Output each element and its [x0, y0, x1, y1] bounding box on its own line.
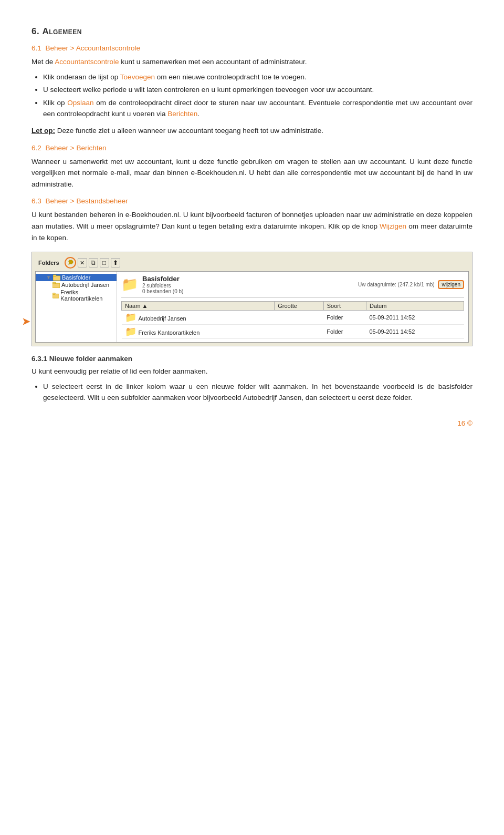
letop-label: Let op: [32, 127, 55, 135]
subsection61-heading: 6.1 Beheer > Accountantscontrole [32, 44, 472, 52]
opslaan-link[interactable]: Opslaan [67, 99, 93, 107]
cell-naam: 📁Autobedrijf Jansen [122, 311, 275, 325]
toolbar-icons: ✕ ⧉ □ ⬆ [65, 257, 120, 269]
section6-title: Algemeen [42, 26, 82, 36]
col-datum: Datum [366, 302, 464, 311]
folder-icon-selected [53, 274, 60, 281]
bullet631-1: U selecteert eerst in de linker kolom wa… [43, 381, 472, 404]
folder-autobedrijf[interactable]: Autobedrijf Jansen [36, 281, 117, 288]
files-table: Naam ▲ Grootte Soort Datum 📁Autobedrijf … [121, 301, 464, 339]
bullet1-end: om een nieuwe controleopdracht toe te vo… [155, 73, 307, 81]
berichten-link[interactable]: Berichten [167, 110, 197, 118]
page-number-area: 16 © [32, 419, 472, 427]
cell-grootte [275, 311, 323, 325]
bullet3-start: Klik op [43, 99, 67, 107]
cell-datum: 05-09-2011 14:52 [366, 325, 464, 339]
subsection61-intro2: kunt u samenwerken met een accountant of… [119, 58, 307, 66]
svg-rect-1 [53, 275, 56, 276]
subsubsection631-heading: 6.3.1 Nieuwe folder aanmaken [32, 355, 472, 363]
folder-icon-autobedrijf [52, 282, 60, 288]
subsection62-label: Beheer > Berichten [46, 144, 107, 152]
letop-text: Deze functie ziet u alleen wanneer uw ac… [55, 127, 323, 135]
subsection61-number: 6.1 [32, 44, 41, 52]
bullet3-end2: . [197, 110, 200, 118]
right-folder-name: Basisfolder [142, 275, 183, 283]
cell-soort: Folder [323, 311, 366, 325]
expand-icon: ▼ [46, 275, 51, 280]
subsection63-heading: 6.3 Beheer > Bestandsbeheer [32, 197, 472, 205]
bullet2: U selecteert welke periode u wilt laten … [43, 84, 472, 96]
dataruimte-info: Uw datagruimte: (247.2 kb/1 mb) wijzigen [358, 280, 464, 289]
copyright-symbol: © [467, 419, 472, 427]
subsection61-intro: Met de Accountantscontrole kunt u samenw… [32, 56, 472, 68]
table-header-row: Naam ▲ Grootte Soort Datum [122, 302, 464, 311]
toevoegen-link[interactable]: Toevoegen [120, 73, 155, 81]
dataruimte-label: Uw datagruimte: (247.2 kb/1 mb) [358, 282, 435, 287]
bullet3-end: om de controleopdracht direct door te st… [43, 99, 472, 118]
accountantscontrole-link[interactable]: Accountantscontrole [55, 58, 119, 66]
subsection63-text: U kunt bestanden beheren in e-Boekhouden… [32, 209, 472, 243]
letop-paragraph: Let op: Deze functie ziet u alleen wanne… [32, 125, 472, 137]
subsubsection631-intro-text: U kunt eenvoudig per relatie of lid een … [32, 367, 207, 375]
wijzigen-button[interactable]: wijzigen [438, 280, 464, 289]
cell-naam: 📁Freriks Kantoorartikelen [122, 325, 275, 339]
screenshot-main: ▼ Basisfolder Autobedrijf Jansen Freriks… [35, 271, 469, 343]
table-row: 📁Autobedrijf Jansen Folder 05-09-2011 14… [122, 311, 464, 325]
upload-icon[interactable]: ⬆ [111, 258, 120, 267]
col-naam: Naam ▲ [122, 302, 275, 311]
subsubsection631-intro: U kunt eenvoudig per relatie of lid een … [32, 366, 472, 377]
subsection61-intro-text: Met de [32, 58, 55, 66]
table-row: 📁Freriks Kantoorartikelen Folder 05-09-2… [122, 325, 464, 339]
col-soort: Soort [323, 302, 366, 311]
wijzigen-link[interactable]: Wijzigen [380, 222, 406, 230]
folder-content: 📁 Basisfolder 2 subfolders 0 bestanden (… [117, 272, 468, 342]
cell-soort: Folder [323, 325, 366, 339]
subsection61-bullets: Klik onderaan de lijst op Toevoegen om e… [43, 71, 472, 120]
screenshot-toolbar: Folders ✕ ⧉ □ ⬆ [35, 255, 469, 270]
folder-info-block: Basisfolder 2 subfolders 0 bestanden (0 … [142, 275, 183, 294]
files-table-body: 📁Autobedrijf Jansen Folder 05-09-2011 14… [122, 311, 464, 339]
subsection62-number: 6.2 [32, 144, 41, 152]
page-number: 16 [457, 419, 465, 427]
folder-basisfolder[interactable]: ▼ Basisfolder [36, 274, 117, 281]
folders-label: Folders [38, 260, 59, 266]
subsection62-heading: 6.2 Beheer > Berichten [32, 144, 472, 152]
arrow-indicator: ➤ [22, 316, 30, 327]
section6-heading: 6. Algemeen [32, 26, 472, 37]
subsection63-label: Beheer > Bestandsbeheer [46, 197, 128, 205]
bullet1: Klik onderaan de lijst op Toevoegen om e… [43, 71, 472, 83]
folder-tree: ▼ Basisfolder Autobedrijf Jansen Freriks… [36, 272, 117, 342]
folder-big-icon: 📁 [121, 276, 138, 293]
folder-icon-freriks [52, 292, 59, 298]
svg-rect-3 [52, 282, 56, 284]
bird-icon[interactable] [65, 257, 76, 269]
content-header: 📁 Basisfolder 2 subfolders 0 bestanden (… [121, 275, 464, 298]
freriks-label: Freriks Kantoorartikelen [60, 289, 114, 302]
files-count: 0 bestanden (0 b) [142, 288, 183, 294]
cell-grootte [275, 325, 323, 339]
autobedrijf-label: Autobedrijf Jansen [61, 282, 109, 288]
svg-rect-5 [52, 293, 55, 295]
bullet631-1-text: U selecteert eerst in de linker kolom wa… [43, 383, 472, 402]
col-grootte: Grootte [275, 302, 323, 311]
delete-icon[interactable]: ✕ [78, 258, 87, 267]
copy-icon[interactable]: ⧉ [89, 258, 98, 267]
bullet2-text: U selecteert welke periode u wilt laten … [43, 86, 374, 94]
subsubsection631-label: 6.3.1 Nieuwe folder aanmaken [32, 355, 132, 363]
basisfolder-label: Basisfolder [62, 274, 90, 281]
subsection63-number: 6.3 [32, 197, 41, 205]
subfolders-count: 2 subfolders [142, 283, 183, 288]
cell-datum: 05-09-2011 14:52 [366, 311, 464, 325]
paste-icon[interactable]: □ [100, 258, 109, 267]
bullet1-text: Klik onderaan de lijst op [43, 73, 120, 81]
subsection62-text1: Wanneer u samenwerkt met uw accountant, … [32, 158, 472, 188]
subsubsection631-bullets: U selecteert eerst in de linker kolom wa… [43, 381, 472, 404]
bullet3: Klik op Opslaan om de controleopdracht d… [43, 97, 472, 120]
subsection62-text: Wanneer u samenwerkt met uw accountant, … [32, 156, 472, 190]
screenshot-area: ➤ Folders ✕ ⧉ □ ⬆ ▼ [32, 252, 472, 346]
section6-prefix: 6. [32, 26, 42, 36]
screenshot: Folders ✕ ⧉ □ ⬆ ▼ Basisfolder [32, 252, 472, 346]
subsection61-label: Beheer > Accountantscontrole [46, 44, 141, 52]
folder-freriks[interactable]: Freriks Kantoorartikelen [36, 288, 117, 302]
